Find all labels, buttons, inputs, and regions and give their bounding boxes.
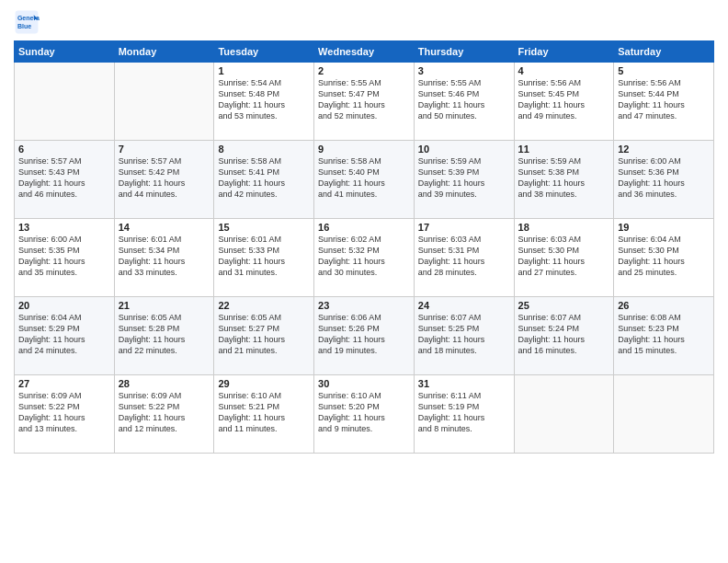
day-number: 19 [618,222,710,233]
day-number: 31 [418,378,510,389]
day-info: Sunrise: 6:05 AM Sunset: 5:27 PM Dayligh… [218,312,310,357]
calendar-cell [15,63,115,141]
day-info: Sunrise: 6:06 AM Sunset: 5:26 PM Dayligh… [318,312,410,357]
day-number: 6 [18,144,110,155]
day-info: Sunrise: 6:10 AM Sunset: 5:21 PM Dayligh… [218,390,310,435]
calendar-cell: 4Sunrise: 5:56 AM Sunset: 5:45 PM Daylig… [514,63,614,141]
calendar-cell: 5Sunrise: 5:56 AM Sunset: 5:44 PM Daylig… [614,63,714,141]
calendar-cell: 9Sunrise: 5:58 AM Sunset: 5:40 PM Daylig… [314,141,415,219]
calendar-cell: 3Sunrise: 5:55 AM Sunset: 5:46 PM Daylig… [414,63,514,141]
day-number: 18 [518,222,610,233]
page-container: General Blue SundayMondayTuesdayWednesda… [0,0,728,463]
calendar-cell: 16Sunrise: 6:02 AM Sunset: 5:32 PM Dayli… [314,219,415,297]
day-info: Sunrise: 6:01 AM Sunset: 5:33 PM Dayligh… [218,234,310,279]
day-info: Sunrise: 5:55 AM Sunset: 5:47 PM Dayligh… [318,77,410,122]
day-info: Sunrise: 6:03 AM Sunset: 5:31 PM Dayligh… [418,234,510,279]
day-info: Sunrise: 5:54 AM Sunset: 5:48 PM Dayligh… [218,77,310,122]
calendar-cell: 24Sunrise: 6:07 AM Sunset: 5:25 PM Dayli… [414,297,514,375]
calendar-cell: 29Sunrise: 6:10 AM Sunset: 5:21 PM Dayli… [214,375,314,454]
calendar-cell: 10Sunrise: 5:59 AM Sunset: 5:39 PM Dayli… [414,141,514,219]
day-number: 9 [318,144,410,155]
calendar-cell: 17Sunrise: 6:03 AM Sunset: 5:31 PM Dayli… [414,219,514,297]
calendar-cell: 19Sunrise: 6:04 AM Sunset: 5:30 PM Dayli… [614,219,714,297]
day-number: 16 [318,222,410,233]
day-info: Sunrise: 5:57 AM Sunset: 5:43 PM Dayligh… [18,155,110,201]
calendar-cell: 11Sunrise: 5:59 AM Sunset: 5:38 PM Dayli… [514,141,614,219]
calendar-cell: 6Sunrise: 5:57 AM Sunset: 5:43 PM Daylig… [15,141,115,219]
col-header-saturday: Saturday [614,41,714,63]
day-info: Sunrise: 5:59 AM Sunset: 5:38 PM Dayligh… [518,155,610,201]
calendar-cell: 13Sunrise: 6:00 AM Sunset: 5:35 PM Dayli… [15,219,115,297]
col-header-thursday: Thursday [414,41,514,63]
calendar-cell: 23Sunrise: 6:06 AM Sunset: 5:26 PM Dayli… [314,297,415,375]
day-info: Sunrise: 6:03 AM Sunset: 5:30 PM Dayligh… [518,234,610,279]
day-number: 23 [318,300,410,311]
day-number: 25 [518,300,610,311]
col-header-friday: Friday [514,41,614,63]
calendar-cell: 27Sunrise: 6:09 AM Sunset: 5:22 PM Dayli… [15,375,115,454]
day-info: Sunrise: 5:55 AM Sunset: 5:46 PM Dayligh… [418,77,510,122]
day-number: 22 [218,300,310,311]
week-row-1: 1Sunrise: 5:54 AM Sunset: 5:48 PM Daylig… [15,63,714,141]
day-number: 28 [119,378,210,389]
day-number: 4 [518,65,610,76]
day-number: 12 [618,144,710,155]
day-info: Sunrise: 5:56 AM Sunset: 5:44 PM Dayligh… [618,77,710,122]
calendar-cell: 25Sunrise: 6:07 AM Sunset: 5:24 PM Dayli… [514,297,614,375]
day-info: Sunrise: 6:07 AM Sunset: 5:24 PM Dayligh… [518,312,610,357]
day-number: 21 [119,300,210,311]
day-info: Sunrise: 5:58 AM Sunset: 5:40 PM Dayligh… [318,155,410,201]
day-info: Sunrise: 5:58 AM Sunset: 5:41 PM Dayligh… [218,155,310,201]
week-row-2: 6Sunrise: 5:57 AM Sunset: 5:43 PM Daylig… [15,141,714,219]
calendar-cell [614,375,714,454]
week-row-3: 13Sunrise: 6:00 AM Sunset: 5:35 PM Dayli… [15,219,714,297]
day-number: 13 [18,222,110,233]
day-info: Sunrise: 6:09 AM Sunset: 5:22 PM Dayligh… [18,390,110,435]
calendar-cell: 7Sunrise: 5:57 AM Sunset: 5:42 PM Daylig… [114,141,214,219]
day-info: Sunrise: 6:00 AM Sunset: 5:35 PM Dayligh… [18,234,110,279]
day-number: 2 [318,65,410,76]
day-info: Sunrise: 6:09 AM Sunset: 5:22 PM Dayligh… [119,390,210,435]
calendar-cell: 18Sunrise: 6:03 AM Sunset: 5:30 PM Dayli… [514,219,614,297]
calendar-cell: 12Sunrise: 6:00 AM Sunset: 5:36 PM Dayli… [614,141,714,219]
day-number: 29 [218,378,310,389]
calendar-cell [514,375,614,454]
day-number: 11 [518,144,610,155]
calendar-cell: 20Sunrise: 6:04 AM Sunset: 5:29 PM Dayli… [15,297,115,375]
day-number: 26 [618,300,710,311]
calendar-cell [114,63,214,141]
logo: General Blue [14,9,43,35]
calendar-cell: 21Sunrise: 6:05 AM Sunset: 5:28 PM Dayli… [114,297,214,375]
day-number: 14 [119,222,210,233]
calendar-cell: 14Sunrise: 6:01 AM Sunset: 5:34 PM Dayli… [114,219,214,297]
day-number: 20 [18,300,110,311]
day-number: 8 [218,144,310,155]
day-info: Sunrise: 6:02 AM Sunset: 5:32 PM Dayligh… [318,234,410,279]
calendar-cell: 31Sunrise: 6:11 AM Sunset: 5:19 PM Dayli… [414,375,514,454]
week-row-4: 20Sunrise: 6:04 AM Sunset: 5:29 PM Dayli… [15,297,714,375]
calendar-cell: 22Sunrise: 6:05 AM Sunset: 5:27 PM Dayli… [214,297,314,375]
day-info: Sunrise: 6:10 AM Sunset: 5:20 PM Dayligh… [318,390,410,435]
day-number: 15 [218,222,310,233]
col-header-wednesday: Wednesday [314,41,415,63]
calendar-cell: 28Sunrise: 6:09 AM Sunset: 5:22 PM Dayli… [114,375,214,454]
calendar-table: SundayMondayTuesdayWednesdayThursdayFrid… [14,40,714,454]
day-info: Sunrise: 5:59 AM Sunset: 5:39 PM Dayligh… [418,155,510,201]
day-number: 1 [218,65,310,76]
day-number: 30 [318,378,410,389]
calendar-cell: 30Sunrise: 6:10 AM Sunset: 5:20 PM Dayli… [314,375,415,454]
calendar-cell: 8Sunrise: 5:58 AM Sunset: 5:41 PM Daylig… [214,141,314,219]
day-number: 24 [418,300,510,311]
day-number: 5 [618,65,710,76]
svg-text:Blue: Blue [17,23,31,29]
calendar-cell: 1Sunrise: 5:54 AM Sunset: 5:48 PM Daylig… [214,63,314,141]
day-info: Sunrise: 6:01 AM Sunset: 5:34 PM Dayligh… [119,234,210,279]
week-row-5: 27Sunrise: 6:09 AM Sunset: 5:22 PM Dayli… [15,375,714,454]
col-header-monday: Monday [114,41,214,63]
day-number: 27 [18,378,110,389]
day-number: 7 [119,144,210,155]
header: General Blue [14,9,714,35]
day-info: Sunrise: 6:07 AM Sunset: 5:25 PM Dayligh… [418,312,510,357]
day-info: Sunrise: 5:57 AM Sunset: 5:42 PM Dayligh… [119,155,210,201]
calendar-cell: 2Sunrise: 5:55 AM Sunset: 5:47 PM Daylig… [314,63,415,141]
